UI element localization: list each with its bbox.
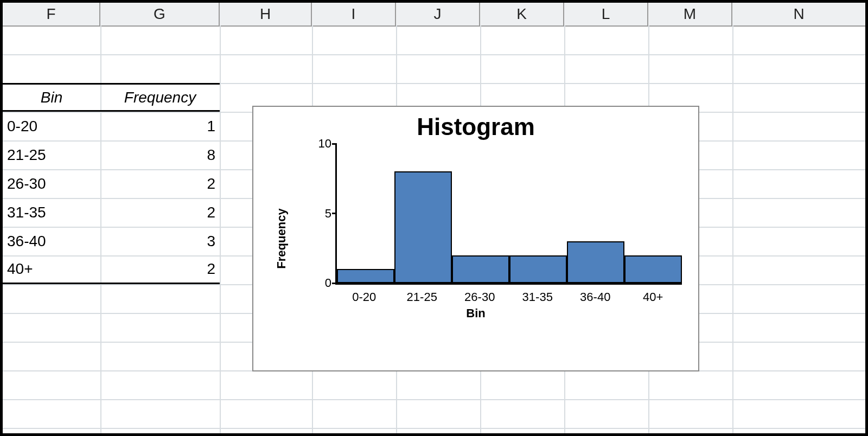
chart-bar[interactable] — [624, 255, 682, 283]
spreadsheet-window: FGHIJKLMN Bin Frequency 0-20121-25826-30… — [0, 0, 868, 436]
cell-frequency[interactable]: 2 — [100, 198, 220, 227]
chart-x-ticks: 0-2021-2526-3031-3536-4040+ — [335, 290, 682, 304]
chart-x-tick: 26-30 — [451, 290, 509, 304]
chart-bar[interactable] — [567, 241, 624, 283]
cell-frequency[interactable]: 8 — [100, 140, 220, 169]
chart-bar[interactable] — [394, 171, 452, 283]
cell-bin[interactable]: 36-40 — [3, 227, 100, 255]
chart-bar[interactable] — [509, 255, 567, 283]
column-header-n[interactable]: N — [732, 3, 865, 25]
cell-frequency[interactable]: 2 — [100, 169, 220, 198]
chart-plot-area: 0510 — [335, 144, 682, 285]
column-header-k[interactable]: K — [480, 3, 564, 25]
column-header-j[interactable]: J — [396, 3, 480, 25]
chart-y-tick: 0 — [325, 276, 331, 290]
column-header-l[interactable]: L — [564, 3, 648, 25]
column-header-i[interactable]: I — [312, 3, 396, 25]
table-header-bin[interactable]: Bin — [3, 83, 100, 112]
cell-frequency[interactable]: 3 — [100, 227, 220, 255]
chart-x-axis-label: Bin — [253, 306, 698, 320]
column-header-row: FGHIJKLMN — [3, 3, 865, 27]
column-header-g[interactable]: G — [100, 3, 220, 25]
chart-bar[interactable] — [452, 255, 509, 283]
cell-frequency[interactable]: 2 — [100, 255, 220, 284]
column-header-f[interactable]: F — [3, 3, 100, 25]
chart-x-tick: 31-35 — [509, 290, 567, 304]
chart-y-axis-label: Frequency — [275, 208, 289, 268]
cell-bin[interactable]: 0-20 — [3, 112, 100, 140]
chart-x-tick: 36-40 — [566, 290, 624, 304]
table-header-frequency[interactable]: Frequency — [100, 83, 220, 112]
chart-bar[interactable] — [337, 269, 394, 283]
column-header-m[interactable]: M — [648, 3, 732, 25]
histogram-chart[interactable]: Histogram Frequency 0510 0-2021-2526-303… — [252, 106, 699, 371]
chart-y-tick: 10 — [318, 137, 331, 151]
chart-x-tick: 40+ — [624, 290, 682, 304]
chart-y-tick: 5 — [325, 207, 331, 221]
chart-bars — [337, 144, 682, 283]
chart-x-tick: 21-25 — [393, 290, 451, 304]
cell-bin[interactable]: 31-35 — [3, 198, 100, 227]
cell-frequency[interactable]: 1 — [100, 112, 220, 140]
column-header-h[interactable]: H — [220, 3, 312, 25]
data-table: Bin Frequency 0-20121-25826-30231-35236-… — [3, 83, 220, 284]
cell-bin[interactable]: 40+ — [3, 255, 100, 284]
chart-x-tick: 0-20 — [335, 290, 393, 304]
cell-bin[interactable]: 21-25 — [3, 140, 100, 169]
cell-bin[interactable]: 26-30 — [3, 169, 100, 198]
